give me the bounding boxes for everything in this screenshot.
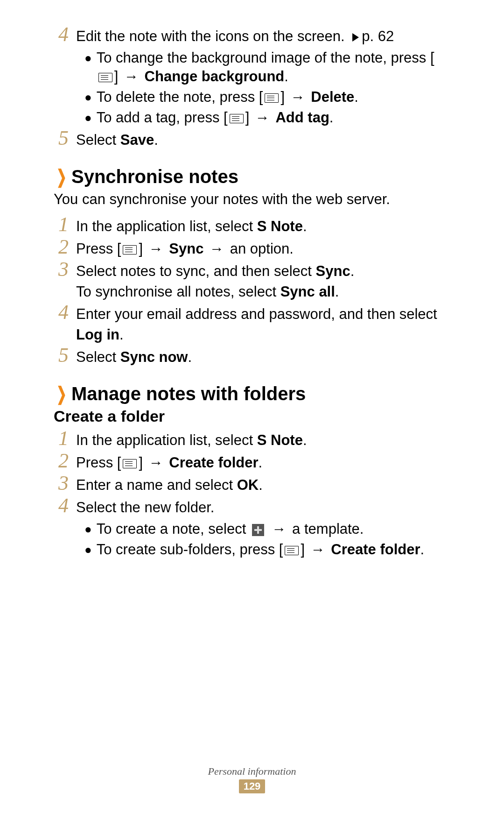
bullet-text: a template.: [292, 521, 364, 537]
section-description: You can synchronise your notes with the …: [54, 190, 450, 209]
step-text: .: [259, 454, 263, 471]
top-steps: 4 Edit the note with the icons on the sc…: [54, 26, 450, 150]
bold-term: Delete: [311, 89, 354, 105]
menu-icon: [123, 459, 137, 468]
bold-term: Sync: [169, 240, 203, 257]
bullet-text: .: [354, 89, 358, 105]
arrow: →: [149, 240, 168, 257]
bullet-dot-icon: ●: [84, 520, 92, 538]
page-footer: Personal information 129: [0, 765, 504, 793]
step-text: Select notes to sync, and then select: [76, 263, 316, 279]
bullet-item: ● To delete the note, press [] → Delete.: [76, 88, 450, 106]
step-body: Select Sync now.: [76, 347, 450, 368]
footer-category: Personal information: [0, 765, 504, 778]
step-number: 2: [54, 237, 73, 257]
section-heading-sync: ❯ Synchronise notes: [54, 166, 450, 187]
bullet-text: [266, 521, 270, 537]
sync-step-4: 4 Enter your email address and password,…: [54, 304, 450, 345]
menu-icon: [265, 93, 279, 103]
arrow: →: [272, 521, 290, 537]
step-text: ]: [139, 240, 147, 257]
step-body: Select Save.: [76, 130, 450, 150]
page-number: 129: [239, 779, 266, 793]
step-number: 5: [54, 128, 73, 148]
step-body: Select notes to sync, and then select Sy…: [76, 261, 450, 302]
step-text: To synchronise all notes, select: [76, 283, 280, 300]
bullet-item: ● To add a tag, press [] → Add tag.: [76, 108, 450, 127]
bullet-list: ● To change the background image of the …: [76, 49, 450, 127]
manage-step-3: 3 Enter a name and select OK.: [54, 475, 450, 495]
bullet-item: ● To create a note, select → a template.: [76, 520, 450, 538]
step-text: Select the new folder.: [76, 499, 214, 516]
bullet-text: ]: [280, 89, 288, 105]
bullet-item: ● To create sub-folders, press [] → Crea…: [76, 540, 450, 559]
page-content: 4 Edit the note with the icons on the sc…: [54, 23, 450, 562]
sync-step-2: 2 Press [] → Sync → an option.: [54, 239, 450, 259]
step-text: Press [: [76, 454, 121, 471]
step-number: 3: [54, 259, 73, 280]
bold-term: Sync all: [280, 283, 335, 300]
step-number: 4: [54, 24, 73, 45]
step-text: Select: [76, 132, 120, 148]
chevron-icon: ❯: [56, 167, 67, 186]
arrow: →: [255, 109, 274, 126]
bold-term: Save: [120, 132, 154, 148]
bullet-text: .: [284, 68, 288, 85]
step-body: In the application list, select S Note.: [76, 430, 450, 451]
bullet-text: .: [420, 541, 425, 558]
sub-heading: Create a folder: [54, 407, 450, 425]
section-title: Manage notes with folders: [71, 383, 306, 404]
step-body: Select the new folder. ● To create a not…: [76, 497, 450, 560]
manage-steps: 1 In the application list, select S Note…: [54, 430, 450, 560]
bold-term: Sync now: [120, 349, 188, 365]
bold-term: Log in: [76, 326, 119, 343]
section-title: Synchronise notes: [71, 166, 238, 187]
step-text: .: [188, 349, 192, 365]
bullet-text: To delete the note, press [: [97, 89, 263, 105]
bullet-dot-icon: ●: [84, 49, 92, 67]
bullet-text: To create sub-folders, press [: [97, 541, 283, 558]
step-text: .: [259, 477, 263, 493]
play-triangle-icon: [352, 33, 359, 42]
step-number: 1: [54, 214, 73, 235]
arrow: →: [291, 89, 309, 105]
step-number: 5: [54, 345, 73, 366]
bullet-dot-icon: ●: [84, 108, 92, 127]
step-text: .: [119, 326, 124, 343]
step-number: 4: [54, 495, 73, 516]
menu-icon: [123, 245, 137, 254]
step-body: Edit the note with the icons on the scre…: [76, 26, 450, 128]
bullet-list: ● To create a note, select → a template.…: [76, 520, 450, 559]
bold-term: S Note: [257, 218, 303, 234]
step-number: 1: [54, 428, 73, 449]
bullet-text: .: [329, 109, 334, 126]
step-text: In the application list, select: [76, 432, 257, 448]
manage-step-4: 4 Select the new folder. ● To create a n…: [54, 497, 450, 560]
step-text: .: [154, 132, 158, 148]
sync-step-5: 5 Select Sync now.: [54, 347, 450, 368]
sync-steps: 1 In the application list, select S Note…: [54, 216, 450, 368]
bullet-text: To create a note, select: [97, 521, 250, 537]
arrow: →: [149, 454, 168, 471]
step-body: In the application list, select S Note.: [76, 216, 450, 237]
step-number: 2: [54, 451, 73, 471]
plus-icon: [252, 524, 264, 536]
step-4: 4 Edit the note with the icons on the sc…: [54, 26, 450, 128]
step-5: 5 Select Save.: [54, 130, 450, 150]
bold-term: OK: [237, 477, 259, 493]
bullet-dot-icon: ●: [84, 88, 92, 106]
sync-step-3: 3 Select notes to sync, and then select …: [54, 261, 450, 302]
manage-step-1: 1 In the application list, select S Note…: [54, 430, 450, 451]
manage-step-2: 2 Press [] → Create folder.: [54, 452, 450, 473]
bullet-dot-icon: ●: [84, 540, 92, 559]
step-text: Press [: [76, 240, 121, 257]
menu-icon: [230, 114, 244, 123]
step-text: Enter a name and select: [76, 477, 237, 493]
step-text: an option.: [230, 240, 294, 257]
step-text: [203, 240, 208, 257]
arrow: →: [311, 541, 329, 558]
bullet-text: ]: [301, 541, 308, 558]
page-ref: p. 62: [362, 28, 394, 44]
step-body: Press [] → Sync → an option.: [76, 239, 450, 259]
step-text: ]: [139, 454, 147, 471]
